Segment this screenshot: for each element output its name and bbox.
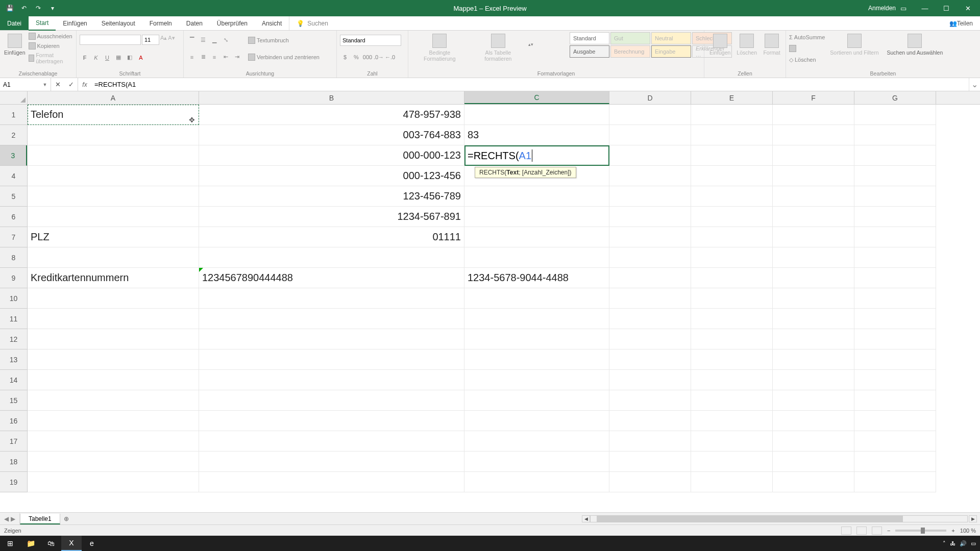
cell-f10[interactable] <box>773 288 854 309</box>
align-center-icon[interactable]: ≣ <box>198 52 208 62</box>
cell-f13[interactable] <box>773 349 854 370</box>
thousands-icon[interactable]: 000 <box>362 52 373 62</box>
cell-c10[interactable] <box>464 288 609 309</box>
cell-d17[interactable] <box>609 431 691 452</box>
cell-d7[interactable] <box>609 227 691 247</box>
border-icon[interactable]: ▦ <box>113 53 124 63</box>
colhead-e[interactable]: E <box>691 91 773 104</box>
tab-data[interactable]: Daten <box>179 16 210 30</box>
currency-icon[interactable]: $ <box>340 52 350 62</box>
error-flag-icon[interactable] <box>199 268 203 272</box>
tab-review[interactable]: Überprüfen <box>210 16 255 30</box>
cell-c1[interactable] <box>464 105 609 125</box>
cell-b5[interactable]: 123-456-789 <box>199 186 464 207</box>
percent-icon[interactable]: % <box>351 52 361 62</box>
bold-icon[interactable]: F <box>80 53 90 63</box>
cell-b17[interactable] <box>199 431 464 452</box>
cell-a4[interactable] <box>28 166 199 186</box>
cell-f5[interactable] <box>773 186 854 207</box>
cell-c19[interactable] <box>464 472 609 492</box>
cell-a14[interactable] <box>28 370 199 390</box>
font-color-icon[interactable]: A <box>136 53 146 63</box>
tab-view[interactable]: Ansicht <box>255 16 289 30</box>
cell-e18[interactable] <box>691 452 773 472</box>
cell-styles-gallery[interactable]: Standard Gut Neutral Schlecht ▴▾ Ausgabe… <box>528 32 701 57</box>
rowhead-4[interactable]: 4 <box>0 166 27 186</box>
tray-volume-icon[interactable]: 🔊 <box>960 540 967 547</box>
cell-g1[interactable] <box>854 105 936 125</box>
enter-formula-icon[interactable]: ✓ <box>64 81 78 88</box>
cell-d16[interactable] <box>609 411 691 431</box>
cell-d2[interactable] <box>609 125 691 145</box>
cell-f8[interactable] <box>773 247 854 268</box>
hscroll-thumb[interactable] <box>597 516 903 522</box>
cell-f1[interactable] <box>773 105 854 125</box>
cell-a9[interactable]: Kreditkartennummern <box>28 268 199 288</box>
zoom-slider[interactable] <box>895 530 946 532</box>
redo-icon[interactable]: ↷ <box>33 3 44 14</box>
qat-more-icon[interactable]: ▾ <box>47 3 58 14</box>
colhead-a[interactable]: A <box>28 91 199 104</box>
sort-filter-button[interactable]: Sortieren und Filtern <box>827 32 881 58</box>
name-box[interactable]: ▼ <box>0 78 51 91</box>
colhead-f[interactable]: F <box>773 91 854 104</box>
ribbon-options-icon[interactable]: ▭ <box>893 1 914 15</box>
align-left-icon[interactable]: ≡ <box>187 52 197 62</box>
cell-a11[interactable] <box>28 309 199 329</box>
expand-formula-bar-icon[interactable]: ⌄ <box>969 78 980 91</box>
zoom-in-icon[interactable]: + <box>951 528 954 534</box>
cell-d8[interactable] <box>609 247 691 268</box>
merge-center-button[interactable]: Verbinden und zentrieren <box>248 53 320 61</box>
rowhead-13[interactable]: 13 <box>0 349 27 370</box>
find-select-button[interactable]: Suchen und Auswählen <box>884 32 946 58</box>
close-button[interactable]: ✕ <box>958 1 978 15</box>
indent-inc-icon[interactable]: ⇥ <box>232 52 242 62</box>
styles-more-icon[interactable]: ▴▾ <box>528 32 568 57</box>
cell-a8[interactable] <box>28 247 199 268</box>
namebox-dropdown-icon[interactable]: ▼ <box>41 82 49 87</box>
cell-e19[interactable] <box>691 472 773 492</box>
cell-e6[interactable] <box>691 207 773 227</box>
name-box-input[interactable] <box>0 81 41 88</box>
rowhead-19[interactable]: 19 <box>0 472 27 492</box>
cell-e7[interactable] <box>691 227 773 247</box>
cell-d12[interactable] <box>609 329 691 349</box>
cell-a10[interactable] <box>28 288 199 309</box>
cell-g6[interactable] <box>854 207 936 227</box>
style-gut[interactable]: Gut <box>610 32 650 44</box>
add-sheet-button[interactable]: ⊕ <box>60 513 72 524</box>
cell-d13[interactable] <box>609 349 691 370</box>
number-format-select[interactable] <box>340 35 401 46</box>
cell-b16[interactable] <box>199 411 464 431</box>
underline-icon[interactable]: U <box>102 53 112 63</box>
row-headers[interactable]: 12345678910111213141516171819 <box>0 105 28 492</box>
cell-a19[interactable] <box>28 472 199 492</box>
cell-f9[interactable] <box>773 268 854 288</box>
colhead-g[interactable]: G <box>854 91 936 104</box>
cell-c11[interactable] <box>464 309 609 329</box>
grow-font-icon[interactable]: A▴ <box>160 35 167 45</box>
save-icon[interactable]: 💾 <box>4 3 15 14</box>
cell-f2[interactable] <box>773 125 854 145</box>
cell-f4[interactable] <box>773 166 854 186</box>
tab-search[interactable]: 💡Suchen <box>289 16 335 30</box>
cell-b2[interactable]: 003-764-883 <box>199 125 464 145</box>
cell-a17[interactable] <box>28 431 199 452</box>
wrap-text-button[interactable]: Textumbruch <box>248 36 320 44</box>
cell-d5[interactable] <box>609 186 691 207</box>
minimize-button[interactable]: — <box>915 1 935 15</box>
cell-e13[interactable] <box>691 349 773 370</box>
cell-d6[interactable] <box>609 207 691 227</box>
cell-g13[interactable] <box>854 349 936 370</box>
cell-b15[interactable] <box>199 390 464 411</box>
align-top-icon[interactable]: ▔ <box>187 35 197 45</box>
cell-e4[interactable] <box>691 166 773 186</box>
cell-f19[interactable] <box>773 472 854 492</box>
hscroll-track[interactable] <box>590 515 968 522</box>
insert-cells-button[interactable]: Einfügen <box>707 32 732 58</box>
cell-b12[interactable] <box>199 329 464 349</box>
rowhead-12[interactable]: 12 <box>0 329 27 349</box>
fx-icon[interactable]: fx <box>78 78 91 91</box>
copy-button[interactable]: Kopieren <box>29 42 73 50</box>
rowhead-10[interactable]: 10 <box>0 288 27 309</box>
